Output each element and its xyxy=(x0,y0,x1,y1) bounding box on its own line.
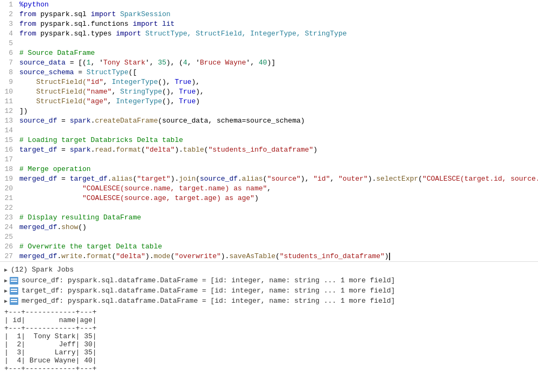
token-str: "source" xyxy=(267,175,300,183)
token-fn: StructField( xyxy=(19,88,87,96)
cursor xyxy=(389,253,390,260)
df-label: target_df: pyspark.sql.dataframe.DataFra… xyxy=(22,287,395,295)
token-punc: , xyxy=(103,78,112,86)
line-content[interactable]: ]) xyxy=(19,106,538,116)
line-content[interactable]: "COALESCE(source.name, target.name) as n… xyxy=(19,184,538,194)
line-content[interactable]: StructField("name", StringType(), True), xyxy=(19,87,538,97)
line-content[interactable] xyxy=(19,232,538,242)
token-kw-from: from xyxy=(19,30,36,38)
line-content[interactable]: # Source DataFrame xyxy=(19,48,538,58)
code-line: 23# Display resulting DataFrame xyxy=(0,213,538,223)
token-method: format xyxy=(116,146,141,154)
line-content[interactable]: merged_df.show() xyxy=(19,223,538,232)
token-punc: , xyxy=(267,184,271,193)
line-content[interactable] xyxy=(19,126,538,136)
token-punc xyxy=(19,184,82,193)
token-var: merged_df xyxy=(19,252,57,260)
token-punc: )] xyxy=(267,59,275,67)
line-number: 10 xyxy=(0,87,19,97)
token-str: Bruce Wayne xyxy=(200,59,246,67)
code-line: 17 xyxy=(0,155,538,165)
token-var: source_df xyxy=(200,175,238,183)
line-content[interactable]: from pyspark.sql.types import StructType… xyxy=(19,29,538,39)
token-str: "COALESCE(target.id, source.id) as id" xyxy=(422,175,538,183)
dataframe-row[interactable]: ▶merged_df: pyspark.sql.dataframe.DataFr… xyxy=(0,296,538,306)
line-content[interactable]: StructField("id", IntegerType(), True), xyxy=(19,77,538,87)
token-cls: StringType xyxy=(120,88,162,96)
line-content[interactable]: target_df = spark.read.format("delta").t… xyxy=(19,145,538,155)
line-content[interactable] xyxy=(19,203,538,213)
line-number: 17 xyxy=(0,155,19,165)
token-punc: , ' xyxy=(187,59,200,67)
line-number: 13 xyxy=(0,116,19,126)
line-number: 3 xyxy=(0,19,19,29)
token-punc: , xyxy=(112,88,121,96)
line-content[interactable]: source_data = [(1, 'Tony Stark', 35), (4… xyxy=(19,58,538,68)
line-number: 22 xyxy=(0,203,19,213)
token-var: source_df xyxy=(19,117,57,125)
line-number: 8 xyxy=(0,68,19,77)
line-content[interactable] xyxy=(19,155,538,165)
dataframe-row[interactable]: ▶source_df: pyspark.sql.dataframe.DataFr… xyxy=(0,275,538,286)
token-kw-from: from xyxy=(19,20,36,28)
token-num: 1 xyxy=(87,59,91,67)
line-content[interactable]: source_schema = StructType([ xyxy=(19,68,538,77)
dataframe-row[interactable]: ▶target_df: pyspark.sql.dataframe.DataFr… xyxy=(0,286,538,296)
token-num: 40 xyxy=(259,59,267,67)
line-content[interactable] xyxy=(19,39,538,48)
token-imp: pyspark.sql.functions xyxy=(36,20,132,28)
token-punc: ( xyxy=(171,252,175,260)
line-number: 20 xyxy=(0,184,19,194)
token-num: 35 xyxy=(158,59,166,67)
line-number: 26 xyxy=(0,242,19,252)
token-cls: IntegerType xyxy=(116,97,162,105)
line-content[interactable]: # Loading target Databricks Delta table xyxy=(19,136,538,145)
token-punc: . xyxy=(82,252,87,260)
line-content[interactable]: merged_df = target_df.alias("target").jo… xyxy=(19,174,538,184)
code-line: 20 "COALESCE(source.name, target.name) a… xyxy=(0,184,538,194)
token-str: "COALESCE(source.age, target.age) as age… xyxy=(82,194,254,202)
df-triangle: ▶ xyxy=(4,298,8,304)
code-line: 27merged_df.write.format("delta").mode("… xyxy=(0,252,538,261)
line-content[interactable]: from pyspark.sql.functions import lit xyxy=(19,19,538,29)
line-content[interactable]: # Display resulting DataFrame xyxy=(19,213,538,223)
token-imp: pyspark.sql.types xyxy=(36,30,116,38)
line-content[interactable]: from pyspark.sql import SparkSession xyxy=(19,10,538,19)
token-var: source_data xyxy=(19,59,66,67)
df-icon xyxy=(10,297,18,305)
df-triangle: ▶ xyxy=(4,277,8,284)
token-kw: True xyxy=(175,78,192,86)
token-kw-from: from xyxy=(19,10,36,18)
line-content[interactable]: # Merge operation xyxy=(19,165,538,174)
spark-jobs-triangle: ▶ xyxy=(4,267,8,273)
line-number: 11 xyxy=(0,97,19,106)
token-var: spark xyxy=(70,117,91,125)
token-kw-from: import xyxy=(133,20,158,28)
token-punc xyxy=(19,194,82,202)
line-number: 27 xyxy=(0,252,19,261)
code-line: 16target_df = spark.read.format("delta")… xyxy=(0,145,538,155)
token-var: lit xyxy=(158,20,174,28)
line-content[interactable]: "COALESCE(source.age, target.age) as age… xyxy=(19,194,538,203)
token-punc: ( xyxy=(141,146,145,154)
line-content[interactable]: %python xyxy=(19,0,538,10)
code-line: 9 StructField("id", IntegerType(), True)… xyxy=(0,77,538,87)
token-cls: StructType xyxy=(87,68,129,76)
line-content[interactable]: StructField("age", IntegerType(), True) xyxy=(19,97,538,106)
line-content[interactable]: merged_df.write.format("delta").mode("ov… xyxy=(19,252,538,261)
token-method: createDataFrame xyxy=(95,117,158,125)
token-var: spark xyxy=(70,146,91,154)
line-number: 2 xyxy=(0,10,19,19)
token-str: "students_info_dataframe" xyxy=(280,252,385,260)
line-content[interactable]: # Overwrite the target Delta table xyxy=(19,242,538,252)
token-punc: . xyxy=(108,175,112,183)
code-editor[interactable]: 1%python2from pyspark.sql import SparkSe… xyxy=(0,0,538,261)
code-line: 5 xyxy=(0,39,538,48)
token-punc: (), xyxy=(158,78,174,86)
code-line: 15# Loading target Databricks Delta tabl… xyxy=(0,136,538,145)
token-punc: (), xyxy=(162,97,179,105)
spark-jobs-row[interactable]: ▶ (12) Spark Jobs xyxy=(0,264,538,275)
token-punc: . xyxy=(57,252,61,260)
line-content[interactable]: source_df = spark.createDataFrame(source… xyxy=(19,116,538,126)
token-str: "id" xyxy=(87,78,103,86)
